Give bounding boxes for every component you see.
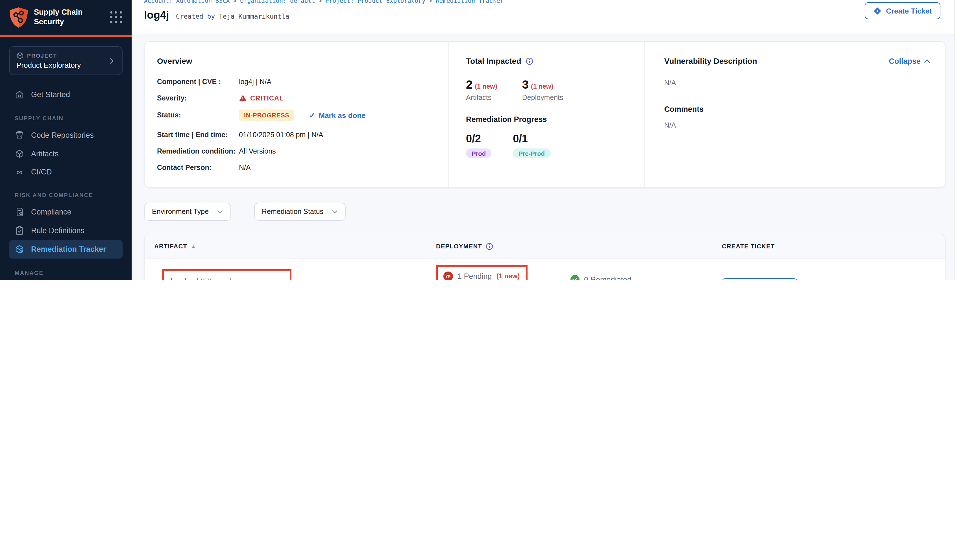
infinity-icon: ∞	[15, 169, 24, 175]
info-icon[interactable]	[486, 242, 493, 250]
artifact-link[interactable]: lavakush07/easy-buggy-app	[170, 277, 266, 280]
sidebar-item-compliance[interactable]: Compliance	[9, 203, 123, 221]
sort-ascending-icon[interactable]: ▲	[191, 243, 196, 249]
cube-icon	[17, 52, 24, 59]
overview-card: Overview Component | CVE : log4j | N/A S…	[144, 41, 946, 188]
artifact-box-icon	[15, 149, 24, 158]
project-selector[interactable]: PROJECT Product Exploratory	[9, 46, 123, 75]
right-rail	[954, 0, 976, 280]
nav-section-supply-chain: SUPPLY CHAIN	[15, 115, 123, 122]
filters-row: Environment Type Remediation Status	[144, 203, 946, 221]
brand: Supply Chain Security	[0, 0, 132, 34]
create-ticket-button[interactable]: Create Ticket	[864, 2, 941, 19]
breadcrumb-account[interactable]: Account: Automation-SSCA	[144, 0, 230, 4]
comments-value: N/A	[664, 122, 930, 129]
contact-label: Contact Person:	[157, 163, 239, 171]
pending-count: 1 Pending	[457, 272, 492, 280]
contact-value: N/A	[239, 163, 251, 171]
deployments-count: 3	[522, 78, 529, 91]
nav-section-manage: MANAGE	[15, 270, 123, 276]
sidebar-item-label: CI/CD	[31, 168, 52, 176]
row-menu-kebab-icon[interactable]	[929, 280, 944, 280]
prod-progress: 0/2 Prod	[466, 133, 491, 158]
component-label: Component | CVE :	[157, 78, 239, 85]
deployments-label: Deployments	[522, 94, 564, 102]
time-value: 01/10/2025 01:08 pm | N/A	[239, 131, 323, 138]
overview-section: Overview Component | CVE : log4j | N/A S…	[145, 42, 449, 187]
remediation-status-filter[interactable]: Remediation Status	[254, 203, 345, 221]
sidebar-item-label: Compliance	[31, 208, 72, 216]
table-header-row: ARTIFACT ▲ DEPLOYMENT CREATE TICKET	[145, 234, 945, 258]
total-impacted-heading: Total Impacted	[466, 57, 521, 65]
sidebar-item-cicd[interactable]: ∞ CI/CD	[9, 163, 123, 181]
page-title: log4j	[144, 9, 169, 22]
deployment-annotation-box: 1 Pending (1 new) Prod: 1 Pre-Prod: 0	[436, 265, 527, 280]
sidebar-item-remediation-tracker[interactable]: Remediation Tracker	[9, 240, 123, 258]
pending-icon	[444, 271, 453, 280]
total-impacted-section: Total Impacted 2(1 new) Artifacts	[449, 42, 644, 187]
sidebar-item-code-repositories[interactable]: Code Repositories	[9, 126, 123, 145]
artifacts-count: 2	[466, 78, 472, 91]
deployments-new-badge: (1 new)	[531, 83, 553, 90]
content: Overview Component | CVE : log4j | N/A S…	[132, 35, 954, 280]
table-row: lavakush07/easy-buggy-app (new )	[145, 258, 945, 280]
preprod-progress: 0/1 Pre-Prod	[513, 133, 551, 158]
pending-new-badge: (1 new)	[497, 272, 520, 280]
breadcrumb-organization[interactable]: Organization: default	[240, 0, 315, 4]
artifact-column-header: ARTIFACT	[154, 243, 187, 250]
compliance-doc-icon	[15, 207, 24, 217]
breadcrumb-project[interactable]: Project: Product Exploratory	[325, 0, 425, 4]
artifact-annotation-box: lavakush07/easy-buggy-app (new )	[162, 269, 292, 280]
mark-as-done-link[interactable]: ✓ Mark as done	[309, 111, 366, 119]
breadcrumb: Account: Automation-SSCA>Organization: d…	[144, 0, 954, 4]
main-content: Account: Automation-SSCA>Organization: d…	[132, 0, 954, 280]
project-label: PROJECT	[27, 52, 57, 59]
sidebar-item-label: Artifacts	[31, 150, 59, 158]
app-grid-icon[interactable]	[109, 10, 124, 25]
remediated-count: 0 Remediated	[584, 275, 631, 280]
prod-badge: Prod	[466, 148, 491, 158]
comments-heading: Comments	[664, 105, 930, 113]
sidebar-nav: Get Started SUPPLY CHAIN Code Repositori…	[0, 85, 132, 280]
chevron-down-icon	[331, 210, 337, 214]
nav-section-risk: RISK AND COMPLIANCE	[15, 192, 123, 198]
details-section: Vulnerability Description Collapse N/A C…	[644, 42, 945, 187]
prod-progress-value: 0/2	[466, 133, 491, 145]
deployment-column-header: DEPLOYMENT	[436, 243, 482, 250]
info-icon[interactable]	[526, 57, 533, 65]
svg-text:!: !	[242, 96, 244, 101]
created-by: Created by Teja Kummarikuntla	[176, 12, 289, 20]
sidebar-item-rule-definitions[interactable]: Rule Definitions	[9, 221, 123, 240]
vulnerability-description-heading: Vulnerability Description	[664, 57, 757, 65]
chevron-down-icon	[217, 210, 223, 214]
status-badge: IN-PROGRESS	[239, 110, 295, 121]
remediation-progress-heading: Remediation Progress	[466, 115, 633, 123]
condition-value: All Versions	[239, 147, 276, 155]
preprod-badge: Pre-Prod	[513, 148, 551, 158]
remediated-check-icon	[571, 275, 579, 280]
check-icon: ✓	[309, 111, 315, 119]
remediation-tracker-icon	[15, 245, 24, 254]
sidebar-item-artifacts[interactable]: Artifacts	[9, 145, 123, 163]
impacted-artifacts: 2(1 new) Artifacts	[466, 78, 497, 102]
overview-heading: Overview	[157, 57, 437, 65]
condition-label: Remediation condition:	[157, 147, 239, 155]
breadcrumb-current[interactable]: Remediation Tracker	[436, 0, 504, 4]
sidebar-item-label: Code Repositories	[31, 131, 94, 140]
brand-shield-icon	[9, 7, 28, 28]
sidebar: Supply Chain Security PROJECT Product Ex…	[0, 0, 132, 280]
remediation-table: ARTIFACT ▲ DEPLOYMENT CREATE TICKET	[144, 234, 946, 280]
create-ticket-button[interactable]: Create Ticket	[722, 278, 798, 280]
brand-divider	[0, 35, 132, 37]
collapse-link[interactable]: Collapse	[889, 57, 930, 65]
home-icon	[15, 90, 24, 99]
create-ticket-column-header: CREATE TICKET	[722, 243, 775, 250]
sidebar-item-label: Rule Definitions	[31, 227, 84, 235]
sidebar-item-label: Remediation Tracker	[31, 245, 106, 253]
warning-triangle-icon: !	[239, 94, 247, 102]
page-header: Account: Automation-SSCA>Organization: d…	[132, 0, 954, 35]
code-repository-icon	[15, 130, 24, 140]
environment-type-filter[interactable]: Environment Type	[144, 203, 231, 221]
project-name: Product Exploratory	[17, 61, 108, 70]
sidebar-item-get-started[interactable]: Get Started	[9, 85, 123, 104]
